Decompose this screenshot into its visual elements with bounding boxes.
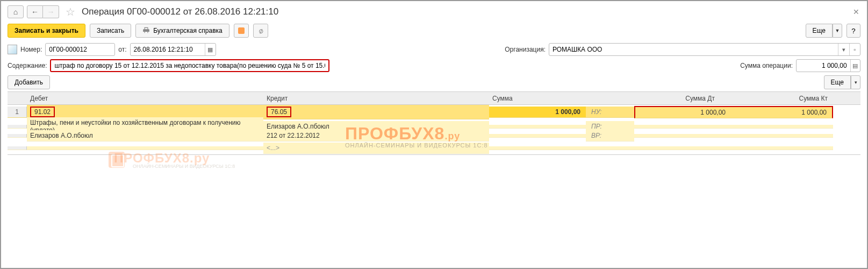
sum-input[interactable] bbox=[797, 60, 850, 72]
table-row[interactable]: 1 91.02 76.05 1 000,00 НУ: 1 000,00 1 00… bbox=[8, 105, 860, 117]
col-sum-kt: Сумма Кт bbox=[731, 93, 833, 104]
credit-subconto-2[interactable]: 212 от 22.12.2012 bbox=[263, 130, 489, 141]
debit-subconto-2[interactable]: Елизаров А.О.пбоюл bbox=[27, 130, 263, 141]
row-type-vr: ВР: bbox=[586, 130, 634, 141]
col-credit: Кредит bbox=[263, 93, 489, 104]
col-debit: Дебет bbox=[27, 93, 263, 104]
row-type-nu: НУ: bbox=[586, 107, 634, 118]
more-chevron-icon[interactable]: ▼ bbox=[833, 24, 842, 38]
content-field[interactable] bbox=[50, 59, 329, 72]
org-input[interactable] bbox=[549, 44, 838, 55]
org-select-chevron-icon[interactable]: ▾ bbox=[838, 44, 849, 55]
sum-label: Сумма операции: bbox=[740, 62, 793, 69]
sum-field[interactable]: ▤ bbox=[796, 59, 860, 72]
date-field[interactable]: ▦ bbox=[130, 43, 216, 56]
org-open-icon[interactable]: ▫ bbox=[849, 44, 860, 55]
table-more-button[interactable]: Еще bbox=[824, 75, 851, 89]
date-label: от: bbox=[118, 46, 126, 53]
date-input[interactable] bbox=[131, 44, 205, 55]
credit-account[interactable]: 76.05 bbox=[267, 107, 291, 117]
number-label: Номер: bbox=[20, 46, 42, 53]
forward-button[interactable]: → bbox=[43, 5, 59, 18]
save-button[interactable]: Записать bbox=[90, 24, 131, 38]
save-close-button[interactable]: Записать и закрыть bbox=[8, 24, 85, 38]
content-label: Содержание: bbox=[8, 62, 47, 69]
org-field[interactable]: ▾ ▫ bbox=[549, 43, 860, 56]
more-button[interactable]: Еще bbox=[806, 24, 833, 38]
watermark-secondary-subtitle: ОНЛАЙН-СЕМИНАРЫ И ВИДЕОКУРСЫ 1С:8 bbox=[133, 164, 235, 169]
table-row[interactable]: Елизаров А.О.пбоюл 212 от 22.12.2012 ВР: bbox=[8, 130, 860, 142]
attach-button[interactable]: ⌀ bbox=[253, 24, 268, 38]
number-field[interactable] bbox=[45, 43, 115, 56]
table-more-chevron-icon[interactable]: ▾ bbox=[851, 75, 860, 89]
accounting-reference-button[interactable]: Бухгалтерская справка bbox=[135, 24, 229, 38]
printer-icon bbox=[142, 26, 150, 36]
back-button[interactable]: ← bbox=[27, 5, 43, 18]
calendar-icon[interactable]: ▦ bbox=[205, 44, 215, 55]
row-sum-kt: 1 000,00 bbox=[731, 106, 833, 118]
accounting-reference-label: Бухгалтерская справка bbox=[153, 27, 223, 34]
col-sum-dt: Сумма Дт bbox=[634, 93, 731, 104]
org-label: Организация: bbox=[505, 46, 546, 53]
row-number: 1 bbox=[8, 107, 27, 118]
content-input[interactable] bbox=[51, 60, 328, 71]
row-sum: 1 000,00 bbox=[489, 107, 586, 118]
debit-account[interactable]: 91.02 bbox=[30, 107, 55, 117]
page-title: Операция 0Г00-000012 от 26.08.2016 12:21… bbox=[82, 6, 278, 17]
calculator-icon[interactable]: ▤ bbox=[850, 60, 860, 72]
home-button[interactable]: ⌂ bbox=[8, 5, 24, 18]
tile-icon-button[interactable] bbox=[234, 24, 249, 38]
credit-subconto-3[interactable]: <...> bbox=[263, 143, 489, 154]
note-icon bbox=[8, 45, 17, 54]
close-icon[interactable]: ✕ bbox=[853, 8, 859, 16]
col-sum: Сумма bbox=[489, 93, 586, 104]
table-row[interactable]: <...> bbox=[8, 142, 860, 154]
number-input[interactable] bbox=[46, 44, 114, 55]
favorite-star-icon[interactable]: ☆ bbox=[66, 5, 75, 18]
add-row-button[interactable]: Добавить bbox=[8, 75, 50, 89]
paperclip-icon: ⌀ bbox=[257, 26, 264, 36]
help-button[interactable]: ? bbox=[847, 24, 860, 38]
tile-icon bbox=[238, 27, 245, 34]
row-sum-dt: 1 000,00 bbox=[634, 106, 731, 118]
entries-table: Дебет Кредит Сумма Сумма Дт Сумма Кт 1 9… bbox=[8, 91, 860, 155]
